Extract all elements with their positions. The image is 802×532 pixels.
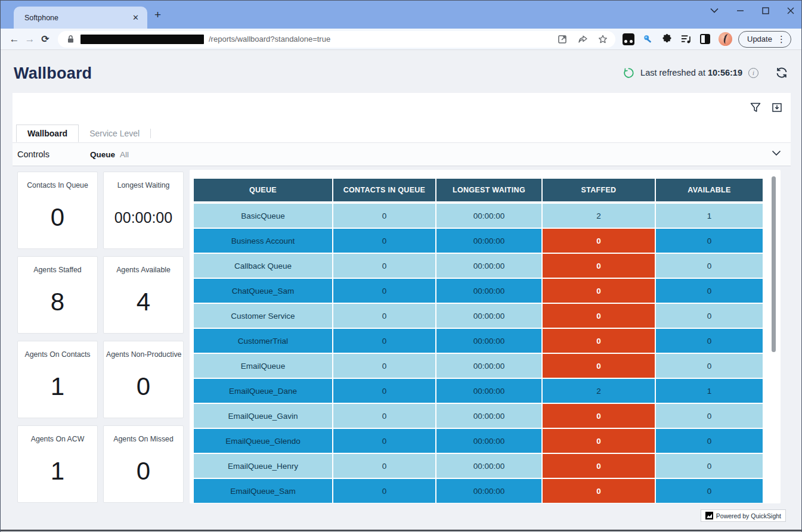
staffed-cell[interactable]: 0 — [543, 304, 655, 328]
staffed-cell[interactable]: 0 — [543, 479, 655, 503]
longest-waiting-cell[interactable]: 00:00:00 — [436, 254, 541, 278]
side-panel-icon[interactable] — [700, 34, 710, 44]
column-header-longest-waiting[interactable]: LONGEST WAITING — [436, 179, 541, 201]
longest-waiting-cell[interactable]: 00:00:00 — [436, 429, 541, 453]
window-close-button[interactable] — [787, 7, 794, 14]
chrome-menu-kebab-icon[interactable]: ⋮ — [777, 34, 786, 45]
kpi-card-agents-on-missed: Agents On Missed0 — [103, 425, 184, 503]
longest-waiting-cell[interactable]: 00:00:00 — [436, 404, 541, 428]
contacts-in-queue-cell[interactable]: 0 — [333, 329, 435, 353]
refresh-button[interactable] — [775, 67, 788, 79]
longest-waiting-cell[interactable]: 00:00:00 — [436, 204, 541, 228]
contacts-in-queue-cell[interactable]: 0 — [333, 454, 435, 478]
open-in-new-icon[interactable] — [557, 34, 568, 45]
staffed-cell[interactable]: 0 — [543, 429, 655, 453]
queue-cell[interactable]: EmailQueue — [194, 354, 332, 378]
update-button[interactable]: Update ⋮ — [738, 31, 791, 48]
queue-cell[interactable]: Business Account — [194, 229, 332, 253]
profile-avatar[interactable] — [719, 32, 732, 46]
contacts-in-queue-cell[interactable]: 0 — [333, 254, 435, 278]
tab-close-icon[interactable]: ✕ — [130, 12, 141, 23]
available-cell[interactable]: 0 — [656, 354, 763, 378]
contacts-in-queue-cell[interactable]: 0 — [333, 479, 435, 503]
playlist-extension-icon[interactable] — [681, 34, 692, 45]
queue-cell[interactable]: Customer Service — [194, 304, 332, 328]
reload-button[interactable]: ⟳ — [38, 32, 53, 47]
available-cell[interactable]: 0 — [656, 229, 763, 253]
available-cell[interactable]: 1 — [656, 379, 763, 403]
queue-cell[interactable]: CustomerTrial — [194, 329, 332, 353]
column-header-available[interactable]: AVAILABLE — [656, 179, 763, 201]
staffed-cell[interactable]: 0 — [543, 254, 655, 278]
queue-cell[interactable]: EmailQueue_Dane — [194, 379, 332, 403]
staffed-cell[interactable]: 2 — [543, 204, 655, 228]
dashboard-tab-wallboard[interactable]: Wallboard — [16, 125, 79, 142]
available-cell[interactable]: 0 — [656, 454, 763, 478]
extension-key-icon[interactable] — [643, 34, 654, 45]
longest-waiting-cell[interactable]: 00:00:00 — [436, 354, 541, 378]
queue-filter-value[interactable]: All — [120, 150, 129, 159]
available-cell[interactable]: 0 — [656, 254, 763, 278]
bookmark-star-icon[interactable] — [597, 34, 608, 45]
staffed-cell[interactable]: 0 — [543, 354, 655, 378]
contacts-in-queue-cell[interactable]: 0 — [333, 379, 435, 403]
column-header-queue[interactable]: QUEUE — [194, 179, 332, 201]
controls-collapse-chevron-icon[interactable] — [772, 150, 781, 156]
window-maximize-button[interactable] — [762, 7, 769, 14]
queue-cell[interactable]: EmailQueue_Sam — [194, 479, 332, 503]
contacts-in-queue-cell[interactable]: 0 — [333, 404, 435, 428]
table-scrollbar-thumb[interactable] — [772, 176, 776, 352]
address-bar[interactable]: /reports/wallboard?standalone=true — [58, 31, 615, 48]
longest-waiting-cell[interactable]: 00:00:00 — [436, 279, 541, 303]
queue-cell[interactable]: EmailQueue_Henry — [194, 454, 332, 478]
staffed-cell[interactable]: 0 — [543, 404, 655, 428]
column-header-contacts-in-queue[interactable]: CONTACTS IN QUEUE — [333, 179, 435, 201]
available-cell[interactable]: 0 — [656, 429, 763, 453]
longest-waiting-cell[interactable]: 00:00:00 — [436, 454, 541, 478]
contacts-in-queue-cell[interactable]: 0 — [333, 229, 435, 253]
available-cell[interactable]: 1 — [656, 204, 763, 228]
contacts-in-queue-cell[interactable]: 0 — [333, 354, 435, 378]
info-icon[interactable]: i — [748, 68, 758, 78]
quicksight-badge: Powered by QuickSight — [701, 509, 786, 522]
window-menu-chevron-icon[interactable] — [710, 8, 719, 13]
available-cell[interactable]: 0 — [656, 329, 763, 353]
forward-button[interactable]: → — [22, 32, 38, 47]
available-cell[interactable]: 0 — [656, 404, 763, 428]
longest-waiting-cell[interactable]: 00:00:00 — [436, 379, 541, 403]
back-button[interactable]: ← — [7, 32, 22, 47]
longest-waiting-cell[interactable]: 00:00:00 — [436, 304, 541, 328]
staffed-cell[interactable]: 0 — [543, 329, 655, 353]
column-header-staffed[interactable]: STAFFED — [543, 179, 655, 201]
staffed-cell[interactable]: 0 — [543, 279, 655, 303]
extensions-puzzle-icon[interactable] — [662, 34, 673, 45]
contacts-in-queue-cell[interactable]: 0 — [333, 304, 435, 328]
contacts-in-queue-cell[interactable]: 0 — [333, 429, 435, 453]
window-minimize-button[interactable] — [736, 7, 744, 14]
longest-waiting-cell[interactable]: 00:00:00 — [436, 479, 541, 503]
new-tab-button[interactable]: + — [154, 9, 161, 20]
share-icon[interactable] — [577, 34, 588, 45]
dashboard-tab-service-level[interactable]: Service Level — [79, 125, 150, 142]
kpi-card-contacts-in-queue: Contacts In Queue0 — [17, 172, 98, 249]
available-cell[interactable]: 0 — [656, 279, 763, 303]
contacts-in-queue-cell[interactable]: 0 — [333, 279, 435, 303]
queue-cell[interactable]: ChatQueue_Sam — [194, 279, 332, 303]
queue-cell[interactable]: Callback Queue — [194, 254, 332, 278]
available-cell[interactable]: 0 — [656, 479, 763, 503]
staffed-cell[interactable]: 2 — [543, 379, 655, 403]
filter-icon[interactable] — [750, 102, 761, 113]
queue-cell[interactable]: EmailQueue_Gavin — [194, 404, 332, 428]
export-download-icon[interactable] — [772, 102, 782, 113]
refresh-timer-icon — [623, 67, 634, 79]
available-cell[interactable]: 0 — [656, 304, 763, 328]
extension-dots-icon[interactable] — [623, 33, 634, 45]
browser-tab-softphone[interactable]: Softphone ✕ — [14, 7, 147, 29]
queue-cell[interactable]: EmailQueue_Glendo — [194, 429, 332, 453]
staffed-cell[interactable]: 0 — [543, 229, 655, 253]
queue-cell[interactable]: BasicQueue — [194, 204, 332, 228]
longest-waiting-cell[interactable]: 00:00:00 — [436, 229, 541, 253]
staffed-cell[interactable]: 0 — [543, 454, 655, 478]
contacts-in-queue-cell[interactable]: 0 — [333, 204, 435, 228]
longest-waiting-cell[interactable]: 00:00:00 — [436, 329, 541, 353]
